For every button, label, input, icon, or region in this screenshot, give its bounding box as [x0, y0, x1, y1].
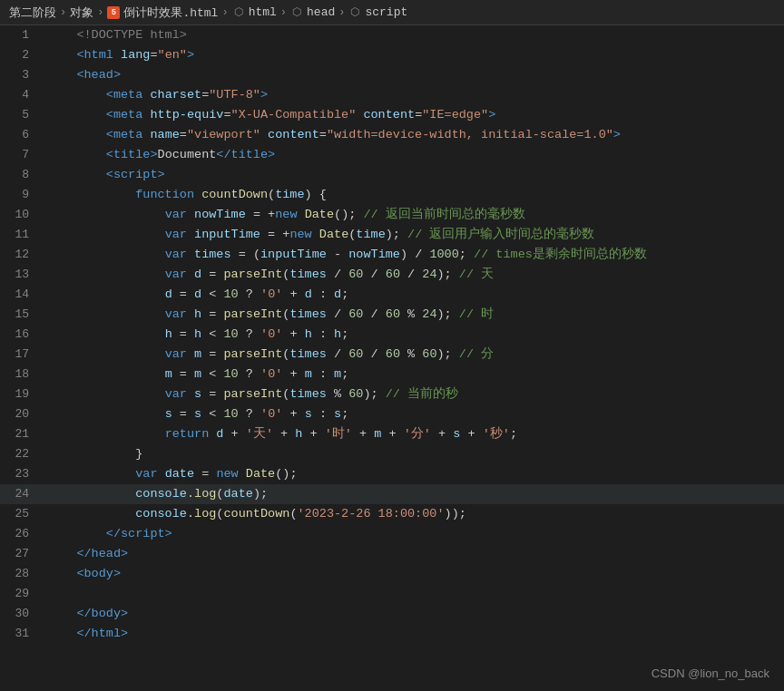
- code-line-24: 24 console.log(date);: [0, 484, 784, 504]
- line-content: <body>: [44, 564, 784, 584]
- breadcrumb-item-5[interactable]: ⬡ head: [290, 5, 335, 19]
- code-line-3: 3 <head>: [0, 65, 784, 85]
- tag-icon: ⬡: [290, 6, 303, 19]
- line-content: var times = (inputTime - nowTime) / 1000…: [44, 245, 784, 265]
- code-line-31: 31 </html>: [0, 624, 784, 644]
- code-line-18: 18 m = m < 10 ? '0' + m : m;: [0, 365, 784, 384]
- code-line-17: 17 var m = parseInt(times / 60 / 60 % 60…: [0, 345, 784, 365]
- line-content: </script>: [44, 524, 784, 544]
- line-content: </body>: [44, 604, 784, 624]
- footer-watermark: CSDN @lion_no_back: [652, 667, 769, 680]
- line-content: s = s < 10 ? '0' + s : s;: [44, 404, 784, 424]
- line-number: 30: [0, 604, 44, 624]
- line-content: console.log(date);: [44, 484, 784, 504]
- line-content: var h = parseInt(times / 60 / 60 % 24); …: [44, 305, 784, 325]
- line-number: 15: [0, 305, 44, 325]
- line-number: 2: [0, 45, 44, 65]
- code-line-8: 8 <script>: [0, 165, 784, 185]
- line-number: 1: [0, 25, 44, 45]
- line-content: <title>Document</title>: [44, 145, 784, 165]
- line-content: d = d < 10 ? '0' + d : d;: [44, 285, 784, 305]
- breadcrumb-label: script: [365, 5, 407, 19]
- code-line-27: 27 </head>: [0, 544, 784, 564]
- code-line-16: 16 h = h < 10 ? '0' + h : h;: [0, 325, 784, 345]
- code-line-14: 14 d = d < 10 ? '0' + d : d;: [0, 285, 784, 305]
- line-content: function countDown(time) {: [44, 185, 784, 205]
- line-content: <meta charset="UTF-8">: [44, 85, 784, 105]
- code-line-5: 5 <meta http-equiv="X-UA-Compatible" con…: [0, 105, 784, 125]
- breadcrumb-sep: ›: [221, 6, 228, 19]
- code-line-9: 9 function countDown(time) {: [0, 185, 784, 205]
- line-number: 21: [0, 424, 44, 444]
- code-line-1: 1 <!DOCTYPE html>: [0, 25, 784, 45]
- html-icon: 5: [107, 6, 120, 19]
- line-number: 26: [0, 524, 44, 544]
- breadcrumb-item-2[interactable]: 对象: [70, 5, 93, 21]
- line-content: var date = new Date();: [44, 464, 784, 484]
- code-line-20: 20 s = s < 10 ? '0' + s : s;: [0, 404, 784, 424]
- line-number: 17: [0, 345, 44, 365]
- line-number: 4: [0, 85, 44, 105]
- code-editor: 1 <!DOCTYPE html>2 <html lang="en">3 <he…: [0, 25, 784, 644]
- code-line-12: 12 var times = (inputTime - nowTime) / 1…: [0, 245, 784, 265]
- line-content: <meta http-equiv="X-UA-Compatible" conte…: [44, 105, 784, 125]
- line-content: <head>: [44, 65, 784, 85]
- line-number: 19: [0, 384, 44, 404]
- breadcrumb-item-3[interactable]: 5 倒计时效果.html: [107, 5, 218, 21]
- breadcrumb-label: 第二阶段: [9, 5, 56, 21]
- code-line-22: 22 }: [0, 444, 784, 464]
- code-line-4: 4 <meta charset="UTF-8">: [0, 85, 784, 105]
- code-line-7: 7 <title>Document</title>: [0, 145, 784, 165]
- line-content: h = h < 10 ? '0' + h : h;: [44, 325, 784, 345]
- line-number: 13: [0, 265, 44, 285]
- breadcrumb-item-6[interactable]: ⬡ script: [348, 5, 407, 19]
- breadcrumb-sep: ›: [60, 6, 66, 19]
- breadcrumb-label: 倒计时效果.html: [123, 5, 218, 21]
- line-number: 24: [0, 484, 44, 504]
- breadcrumb-item-4[interactable]: ⬡ html: [232, 5, 277, 19]
- line-content: return d + '天' + h + '时' + m + '分' + s +…: [44, 424, 784, 444]
- breadcrumb-sep: ›: [280, 6, 287, 19]
- code-line-10: 10 var nowTime = +new Date(); // 返回当前时间总…: [0, 205, 784, 225]
- line-number: 31: [0, 624, 44, 644]
- code-line-15: 15 var h = parseInt(times / 60 / 60 % 24…: [0, 305, 784, 325]
- line-content: console.log(countDown('2023-2-26 18:00:0…: [44, 504, 784, 524]
- line-number: 14: [0, 285, 44, 305]
- code-line-26: 26 </script>: [0, 524, 784, 544]
- line-number: 16: [0, 325, 44, 345]
- line-number: 5: [0, 105, 44, 125]
- tag-icon: ⬡: [232, 6, 245, 19]
- line-number: 12: [0, 245, 44, 265]
- line-content: var inputTime = +new Date(time); // 返回用户…: [44, 225, 784, 245]
- breadcrumb-label: 对象: [70, 5, 93, 21]
- line-number: 25: [0, 504, 44, 524]
- line-content: var s = parseInt(times % 60); // 当前的秒: [44, 384, 784, 404]
- line-content: <meta name="viewport" content="width=dev…: [44, 125, 784, 145]
- code-line-2: 2 <html lang="en">: [0, 45, 784, 65]
- line-content: </head>: [44, 544, 784, 564]
- line-number: 18: [0, 365, 44, 384]
- code-line-19: 19 var s = parseInt(times % 60); // 当前的秒: [0, 384, 784, 404]
- breadcrumb-label: head: [307, 5, 335, 19]
- line-content: m = m < 10 ? '0' + m : m;: [44, 365, 784, 384]
- line-number: 7: [0, 145, 44, 165]
- line-content: </html>: [44, 624, 784, 644]
- line-number: 28: [0, 564, 44, 584]
- code-line-11: 11 var inputTime = +new Date(time); // 返…: [0, 225, 784, 245]
- breadcrumb-label: html: [249, 5, 277, 19]
- line-number: 10: [0, 205, 44, 225]
- line-number: 27: [0, 544, 44, 564]
- line-number: 8: [0, 165, 44, 185]
- breadcrumb-bar: 第二阶段 › 对象 › 5 倒计时效果.html › ⬡ html › ⬡ he…: [0, 0, 784, 25]
- line-content: [44, 584, 784, 604]
- line-content: <script>: [44, 165, 784, 185]
- line-content: var nowTime = +new Date(); // 返回当前时间总的毫秒…: [44, 205, 784, 225]
- code-line-21: 21 return d + '天' + h + '时' + m + '分' + …: [0, 424, 784, 444]
- line-number: 22: [0, 444, 44, 464]
- code-line-30: 30 </body>: [0, 604, 784, 624]
- line-number: 11: [0, 225, 44, 245]
- line-number: 9: [0, 185, 44, 205]
- line-content: var d = parseInt(times / 60 / 60 / 24); …: [44, 265, 784, 285]
- line-number: 6: [0, 125, 44, 145]
- breadcrumb-item-1[interactable]: 第二阶段: [9, 5, 56, 21]
